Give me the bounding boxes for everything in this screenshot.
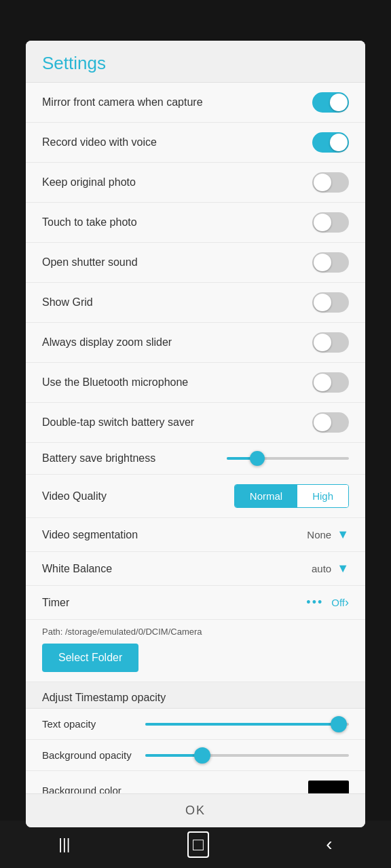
use-bluetooth-microphone-label: Use the Bluetooth microphone <box>42 376 312 389</box>
background-opacity-label: Background opacity <box>42 749 137 761</box>
video-segmentation-row[interactable]: Video segmentation None ▼ <box>26 518 365 552</box>
show-grid-toggle[interactable] <box>312 292 349 313</box>
record-video-voice-label: Record video with voice <box>42 136 312 149</box>
double-tap-battery-saver-toggle[interactable] <box>312 412 349 433</box>
video-quality-normal-btn[interactable]: Normal <box>235 485 297 507</box>
use-bluetooth-microphone-track[interactable] <box>312 372 349 393</box>
video-quality-row: Video Quality Normal High <box>26 475 365 518</box>
dialog-header: Settings <box>26 41 365 83</box>
open-shutter-sound-thumb <box>314 254 331 271</box>
timestamp-section-header: Adjust Timestamp opacity <box>26 682 365 709</box>
always-display-zoom-slider-toggle[interactable] <box>312 332 349 353</box>
recent-apps-icon[interactable]: ||| <box>58 835 70 853</box>
video-segmentation-label: Video segmentation <box>42 529 307 541</box>
battery-brightness-label: Battery save brightness <box>42 452 227 465</box>
setting-mirror-front-camera: Mirror front camera when capture <box>26 83 365 123</box>
background-opacity-row: Background opacity <box>26 740 365 771</box>
background-opacity-slider[interactable] <box>145 754 349 757</box>
always-display-zoom-slider-track[interactable] <box>312 332 349 353</box>
battery-brightness-slider[interactable] <box>227 457 349 460</box>
video-quality-label: Video Quality <box>42 490 234 502</box>
home-icon[interactable]: □ <box>187 831 209 858</box>
battery-brightness-thumb[interactable] <box>250 451 265 466</box>
video-segmentation-arrow-icon: ▼ <box>337 528 349 542</box>
touch-to-take-photo-label: Touch to take photo <box>42 216 312 229</box>
white-balance-label: White Balance <box>42 563 312 575</box>
storage-path-text: Path: /storage/emulated/0/DCIM/Camera <box>42 627 349 637</box>
ok-button[interactable]: OK <box>185 804 206 818</box>
setting-use-bluetooth-microphone: Use the Bluetooth microphone <box>26 363 365 403</box>
touch-to-take-photo-track[interactable] <box>312 212 349 233</box>
dialog-footer: OK <box>26 793 365 827</box>
double-tap-battery-saver-thumb <box>314 414 331 431</box>
mirror-front-camera-thumb <box>330 94 348 111</box>
timer-off-arrow-icon: › <box>345 595 349 610</box>
mirror-front-camera-track[interactable] <box>312 92 349 113</box>
timer-label: Timer <box>42 597 306 609</box>
white-balance-arrow-icon: ▼ <box>337 561 349 576</box>
setting-double-tap-battery-saver: Double-tap switch battery saver <box>26 403 365 443</box>
touch-to-take-photo-thumb <box>314 214 331 231</box>
video-quality-segment[interactable]: Normal High <box>234 484 349 508</box>
show-grid-label: Show Grid <box>42 296 312 309</box>
record-video-voice-toggle[interactable] <box>312 132 349 153</box>
open-shutter-sound-label: Open shutter sound <box>42 256 312 269</box>
video-segmentation-value: None <box>307 529 337 540</box>
always-display-zoom-slider-label: Always display zoom slider <box>42 336 312 349</box>
background-color-row[interactable]: Background color <box>26 771 365 793</box>
setting-always-display-zoom-slider: Always display zoom slider <box>26 323 365 363</box>
record-video-voice-thumb <box>330 134 348 151</box>
timer-dots-icon[interactable]: ••• <box>306 595 323 610</box>
setting-open-shutter-sound: Open shutter sound <box>26 243 365 283</box>
open-shutter-sound-toggle[interactable] <box>312 252 349 273</box>
keep-original-photo-thumb <box>314 174 331 191</box>
timer-off-value[interactable]: Off › <box>331 595 349 610</box>
back-icon[interactable]: ‹ <box>326 833 332 855</box>
text-opacity-row: Text opacity <box>26 709 365 740</box>
text-opacity-label: Text opacity <box>42 718 137 730</box>
setting-touch-to-take-photo: Touch to take photo <box>26 203 365 243</box>
touch-to-take-photo-toggle[interactable] <box>312 212 349 233</box>
timer-row: Timer ••• Off › <box>26 586 365 620</box>
video-quality-high-btn[interactable]: High <box>297 485 348 507</box>
keep-original-photo-toggle[interactable] <box>312 172 349 193</box>
text-opacity-thumb[interactable] <box>331 716 347 732</box>
dialog-body: Mirror front camera when capture Record … <box>26 83 365 793</box>
setting-record-video-voice: Record video with voice <box>26 123 365 163</box>
show-grid-thumb <box>314 294 331 311</box>
white-balance-row[interactable]: White Balance auto ▼ <box>26 552 365 586</box>
setting-keep-original-photo: Keep original photo <box>26 163 365 203</box>
select-folder-button[interactable]: Select Folder <box>42 644 138 672</box>
path-row: Path: /storage/emulated/0/DCIM/Camera Se… <box>26 620 365 682</box>
show-grid-track[interactable] <box>312 292 349 313</box>
timer-off-text: Off <box>331 597 345 608</box>
white-balance-value: auto <box>312 563 337 574</box>
background-color-label: Background color <box>42 785 308 794</box>
double-tap-battery-saver-label: Double-tap switch battery saver <box>42 416 312 429</box>
record-video-voice-track[interactable] <box>312 132 349 153</box>
keep-original-photo-track[interactable] <box>312 172 349 193</box>
battery-brightness-row: Battery save brightness <box>26 443 365 475</box>
keep-original-photo-label: Keep original photo <box>42 176 312 189</box>
dialog-title: Settings <box>42 53 349 74</box>
background-opacity-thumb[interactable] <box>194 747 210 764</box>
use-bluetooth-microphone-toggle[interactable] <box>312 372 349 393</box>
text-opacity-slider[interactable] <box>145 723 349 726</box>
navigation-bar: ||| □ ‹ <box>0 821 391 868</box>
settings-dialog: Settings Mirror front camera when captur… <box>26 41 365 827</box>
setting-show-grid: Show Grid <box>26 283 365 323</box>
always-display-zoom-slider-thumb <box>314 334 331 351</box>
double-tap-battery-saver-track[interactable] <box>312 412 349 433</box>
mirror-front-camera-toggle[interactable] <box>312 92 349 113</box>
background-color-swatch[interactable] <box>308 781 349 793</box>
text-opacity-fill <box>145 723 339 726</box>
open-shutter-sound-track[interactable] <box>312 252 349 273</box>
use-bluetooth-microphone-thumb <box>314 374 331 391</box>
mirror-front-camera-label: Mirror front camera when capture <box>42 96 312 108</box>
